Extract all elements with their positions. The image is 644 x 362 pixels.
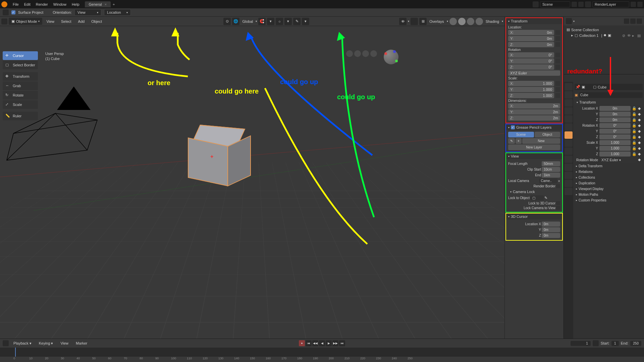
add-workspace-button[interactable]: + — [111, 2, 117, 6]
section-duplication[interactable]: Duplication — [575, 180, 643, 186]
lock-icon[interactable]: 🔒 — [632, 123, 637, 128]
menu-render[interactable]: Render — [33, 2, 51, 6]
tool-cursor[interactable]: ✛Cursor — [3, 51, 38, 60]
surface-project-checkbox[interactable]: ✓ — [11, 10, 15, 14]
outliner-collection-1[interactable]: ▸ ▢ Collection 1 | ✹ ▣ ⊘ 👁 ▸ ▤ — [565, 33, 643, 38]
disclosure-icon[interactable]: ▸ — [571, 33, 573, 38]
scale-x[interactable]: X:1.000 — [508, 81, 554, 86]
timeline-marker[interactable]: Marker — [73, 341, 90, 345]
snap-toggle[interactable]: 🧲 — [258, 18, 266, 25]
tab-constraint[interactable] — [565, 164, 573, 171]
delete-scene-button[interactable] — [578, 2, 584, 7]
new-renderlayer-button[interactable] — [631, 2, 636, 7]
focal-length[interactable]: 50mm — [542, 161, 560, 166]
rotation-mode[interactable]: XYZ Euler — [508, 70, 560, 76]
tab-collection[interactable] — [565, 123, 573, 131]
filter-icon[interactable] — [624, 18, 629, 24]
shading-wireframe[interactable] — [449, 18, 457, 25]
gizmo-toggle[interactable] — [411, 18, 418, 25]
end-frame[interactable]: 250 — [630, 341, 641, 346]
gpencil-toggle[interactable]: ✎ — [293, 18, 301, 25]
jump-end-button[interactable]: ⏭ — [339, 340, 345, 346]
timeline-playback[interactable]: Playback ▾ — [11, 341, 34, 346]
tab-scene[interactable] — [565, 107, 573, 115]
lock-icon[interactable] — [555, 53, 560, 57]
keyframe-icon[interactable]: ◆ — [638, 118, 643, 122]
gpencil-options[interactable]: ▾ — [302, 18, 309, 25]
section-relations[interactable]: Relations — [575, 169, 643, 175]
keyframe-icon[interactable]: ◆ — [638, 146, 643, 151]
lock-icon[interactable] — [555, 59, 560, 63]
play-reverse-button[interactable]: ◀ — [319, 340, 325, 346]
autokey-button[interactable]: ● — [299, 340, 305, 346]
tool-scale[interactable]: ⤢Scale — [3, 100, 38, 109]
local-camera[interactable]: Came.. — [539, 178, 557, 183]
prev-keyframe-button[interactable]: ◀◀ — [312, 340, 318, 346]
object-name-field[interactable] — [579, 92, 643, 98]
prop-scale-x[interactable]: 1.000 — [599, 140, 631, 145]
lock-icon[interactable]: 🔒 — [632, 146, 637, 151]
keyframe-icon[interactable]: ◆ — [638, 106, 643, 111]
grease-new-button[interactable]: New — [522, 138, 560, 144]
chevron-down-icon[interactable]: ▾ — [256, 20, 257, 23]
grease-checkbox[interactable]: ✓ — [511, 125, 515, 129]
new-scene-button[interactable] — [572, 2, 577, 7]
lock-icon[interactable] — [555, 93, 560, 98]
default-cube[interactable] — [188, 127, 241, 187]
location-x[interactable]: X:0m — [508, 30, 554, 35]
grease-scene-tab[interactable]: Scene — [508, 132, 534, 137]
scale-y[interactable]: Y:1.000 — [508, 87, 554, 92]
start-frame[interactable]: 1 — [611, 341, 619, 346]
pencil-icon[interactable]: ✎ — [508, 138, 515, 144]
dim-z[interactable]: Z:2m — [508, 115, 560, 121]
lock-icon[interactable] — [555, 30, 560, 35]
chevron-down-icon[interactable]: ▾ — [447, 20, 448, 23]
tab-material[interactable] — [565, 180, 573, 187]
view-panel-header[interactable]: View — [506, 153, 562, 159]
shading-solid[interactable] — [458, 18, 466, 25]
tool-select-border[interactable]: ▢Select Border — [3, 61, 38, 69]
jump-start-button[interactable]: ⏮ — [306, 340, 312, 346]
lock-cursor-checkbox[interactable] — [556, 201, 560, 205]
location-y[interactable]: Y:0m — [508, 36, 554, 41]
outliner-scene-collection[interactable]: ▤ Scene Collection — [565, 27, 643, 33]
camera-lock-header[interactable]: Camera Lock — [508, 189, 560, 195]
cursor-y[interactable]: 0m — [542, 227, 560, 232]
viewport-menu-object[interactable]: Object — [89, 19, 105, 23]
prop-loc-y[interactable]: 0m — [599, 112, 631, 117]
close-icon[interactable]: × — [105, 2, 107, 6]
tab-modifier[interactable] — [565, 139, 573, 147]
snap-target-dropdown[interactable]: Location — [104, 9, 131, 16]
section-viewport-display[interactable]: Viewport Display — [575, 186, 643, 192]
tab-world[interactable] — [565, 115, 573, 123]
lock-icon[interactable]: 🔒 — [632, 118, 637, 122]
editor-type-icon[interactable] — [3, 340, 9, 346]
menu-window[interactable]: Window — [51, 2, 69, 6]
tab-render[interactable] — [565, 83, 573, 90]
renderlayer-selector[interactable] — [592, 1, 629, 7]
timeline-track[interactable]: 0102030405060708090100110120130140150160… — [0, 348, 644, 362]
section-motion-paths[interactable]: Motion Paths — [575, 192, 643, 197]
section-collections[interactable]: Collections — [575, 175, 643, 180]
exclude-icon[interactable]: ⊘ — [622, 34, 626, 38]
gizmo-camera-icon[interactable] — [370, 50, 377, 57]
proportional-toggle[interactable]: ○ — [276, 18, 283, 25]
tab-output[interactable] — [565, 91, 573, 99]
eyedropper-icon[interactable]: ✎ — [544, 196, 547, 200]
scale-z[interactable]: Z:1.000 — [508, 93, 554, 98]
viewport-3d[interactable]: User Persp (1) Cube ✛Cursor ▢Select Bord… — [0, 26, 504, 339]
render-icon[interactable]: ▤ — [637, 34, 641, 38]
shading-label[interactable]: Shading — [484, 19, 500, 23]
tool-grab[interactable]: ↔Grab — [3, 81, 38, 90]
pin-icon[interactable]: 📌 — [576, 85, 580, 89]
orientation-toggle[interactable]: 🌐 — [232, 18, 239, 25]
scene-selector[interactable] — [540, 1, 570, 7]
mode-selector[interactable]: ▣ Object Mode — [9, 18, 42, 25]
orientation-dropdown[interactable]: View — [74, 9, 101, 16]
overlays-toggle[interactable]: ⊞ — [419, 18, 427, 25]
rotation-x[interactable]: X:0° — [508, 52, 554, 58]
lock-icon[interactable] — [555, 42, 560, 47]
select-icon[interactable]: ▸ — [632, 34, 636, 38]
object-visibility-icon[interactable]: 👁 — [399, 18, 407, 25]
overlays-label[interactable]: Overlays — [428, 19, 445, 23]
